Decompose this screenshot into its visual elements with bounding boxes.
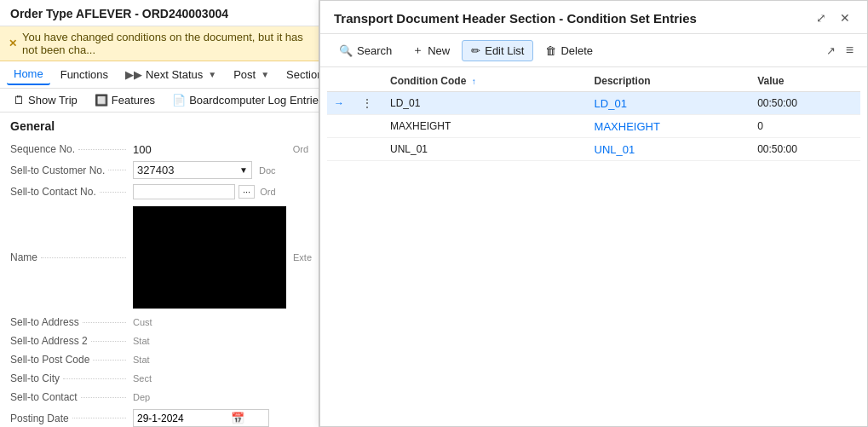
dialog-controls: ⤢ ✕ xyxy=(813,9,854,26)
conditions-table: Condition Code ↑ Description Value →⋮LD_… xyxy=(327,71,860,161)
row-arrow-indicator xyxy=(327,138,351,161)
plus-icon: ＋ xyxy=(412,43,423,58)
dialog-title: Transport Document Header Section - Cond… xyxy=(334,11,697,26)
warning-bar: ✕ You have changed conditions on the doc… xyxy=(0,26,319,61)
new-button[interactable]: ＋ New xyxy=(404,39,458,61)
boardcomputer-button[interactable]: 📄 Boardcomputer Log Entries xyxy=(165,91,319,109)
value-contact-no: ··· Ord xyxy=(129,182,315,202)
dropdown-chevron-icon: ▼ xyxy=(239,165,248,175)
next-status-dropdown-icon: ▼ xyxy=(208,70,216,79)
nav-next-status[interactable]: ▶▶ Next Status ▼ xyxy=(118,65,223,84)
nav-bar: Home Functions ▶▶ Next Status ▼ Post ▼ S… xyxy=(0,61,319,89)
value-posting-date: 📅 xyxy=(129,407,315,427)
row-context-menu-btn[interactable]: ⋮ xyxy=(351,138,383,161)
label-posting-date: Posting Date xyxy=(10,407,129,427)
posting-date-input[interactable] xyxy=(137,413,231,424)
table-row[interactable]: →⋮LD_01LD_0100:50:00 xyxy=(327,92,860,115)
customer-no-dropdown[interactable]: 327403 ▼ xyxy=(133,161,252,179)
fields-grid: Sequence No. 100 Ord Sell-to Customer No… xyxy=(0,136,319,427)
row-context-menu-btn[interactable]: ⋮ xyxy=(351,115,383,138)
nav-section[interactable]: Section xyxy=(279,65,319,84)
col-arrow xyxy=(327,71,351,92)
col-value[interactable]: Value xyxy=(750,71,860,92)
cell-value: 00:50:00 xyxy=(750,92,860,115)
contact-no-input[interactable] xyxy=(133,184,235,199)
value-post-code: Stat xyxy=(129,350,315,369)
col-description[interactable]: Description xyxy=(588,71,751,92)
trash-icon: 🗑 xyxy=(545,44,556,57)
value-address: Cust xyxy=(129,313,315,332)
calendar-icon[interactable]: 📅 xyxy=(231,412,244,424)
posting-date-input-wrap[interactable]: 📅 xyxy=(133,409,269,427)
edit-list-button[interactable]: ✏ Edit List xyxy=(462,40,533,61)
left-panel: Order Type AFLEVER - ORD240003004 ✕ You … xyxy=(0,0,319,427)
more-options-icon[interactable]: ≡ xyxy=(842,41,857,60)
cell-condition-code: LD_01 xyxy=(383,92,588,115)
value-contact: Dep xyxy=(129,388,315,407)
features-icon: 🔲 xyxy=(95,94,108,107)
label-customer-no: Sell-to Customer No. xyxy=(10,159,129,182)
section-title: General xyxy=(0,113,319,136)
post-dropdown-icon: ▼ xyxy=(261,70,269,79)
cell-value: 00:50:00 xyxy=(750,138,860,161)
close-icon[interactable]: ✕ xyxy=(836,9,854,26)
search-button[interactable]: 🔍 Search xyxy=(331,41,400,61)
row-arrow-indicator: → xyxy=(327,92,351,115)
cell-condition-code: UNL_01 xyxy=(383,138,588,161)
show-trip-button[interactable]: 🗒 Show Trip xyxy=(7,91,84,109)
description-link[interactable]: LD_01 xyxy=(595,97,627,110)
description-link[interactable]: MAXHEIGHT xyxy=(595,120,660,133)
label-contact: Sell-to Contact xyxy=(10,388,129,407)
features-button[interactable]: 🔲 Features xyxy=(88,91,162,109)
nav-home[interactable]: Home xyxy=(7,64,50,85)
cell-condition-code: MAXHEIGHT xyxy=(383,115,588,138)
expand-icon[interactable]: ⤢ xyxy=(813,9,830,26)
table-body: →⋮LD_01LD_0100:50:00⋮MAXHEIGHTMAXHEIGHT0… xyxy=(327,92,860,161)
next-status-arrow-icon: ▶▶ xyxy=(125,68,142,81)
table-row[interactable]: ⋮UNL_01UNL_0100:50:00 xyxy=(327,138,860,161)
sort-asc-icon: ↑ xyxy=(472,77,476,86)
contact-no-ellipsis-btn[interactable]: ··· xyxy=(239,185,255,199)
cell-description: UNL_01 xyxy=(588,138,751,161)
value-sequence-no: 100 Ord xyxy=(129,140,315,159)
boardcomputer-icon: 📄 xyxy=(172,94,186,107)
toolbar-bar: 🗒 Show Trip 🔲 Features 📄 Boardcomputer L… xyxy=(0,89,319,113)
label-contact-no: Sell-to Contact No. xyxy=(10,182,129,202)
label-name: Name xyxy=(10,202,129,313)
col-dots xyxy=(351,71,383,92)
left-title: Order Type AFLEVER - ORD240003004 xyxy=(0,0,319,26)
label-address: Sell-to Address xyxy=(10,313,129,332)
nav-functions[interactable]: Functions xyxy=(54,65,115,84)
warning-icon: ✕ xyxy=(9,38,17,49)
dialog-toolbar: 🔍 Search ＋ New ✏ Edit List 🗑 Delete ↗ ≡ xyxy=(320,34,867,67)
row-context-menu-btn[interactable]: ⋮ xyxy=(351,92,383,115)
name-black-box xyxy=(133,206,286,309)
cell-value: 0 xyxy=(750,115,860,138)
table-row[interactable]: ⋮MAXHEIGHTMAXHEIGHT0 xyxy=(327,115,860,138)
cell-description: MAXHEIGHT xyxy=(588,115,751,138)
cell-description: LD_01 xyxy=(588,92,751,115)
description-link[interactable]: UNL_01 xyxy=(595,143,635,156)
dialog-title-bar: Transport Document Header Section - Cond… xyxy=(320,1,867,34)
value-city: Sect xyxy=(129,369,315,388)
warning-text: You have changed conditions on the docum… xyxy=(22,31,310,56)
delete-button[interactable]: 🗑 Delete xyxy=(537,41,601,61)
row-arrow-indicator xyxy=(327,115,351,138)
value-name: Exte xyxy=(129,202,315,313)
value-address2: Stat xyxy=(129,332,315,350)
three-dots-icon[interactable]: ⋮ xyxy=(358,95,377,112)
table-header: Condition Code ↑ Description Value xyxy=(327,71,860,92)
edit-list-icon: ✏ xyxy=(471,44,480,57)
right-panel: Transport Document Header Section - Cond… xyxy=(319,0,868,427)
label-post-code: Sell-to Post Code xyxy=(10,350,129,369)
label-sequence-no: Sequence No. xyxy=(10,140,129,159)
col-condition-code[interactable]: Condition Code ↑ xyxy=(383,71,588,92)
search-icon: 🔍 xyxy=(339,44,353,57)
label-city: Sell-to City xyxy=(10,369,129,388)
dialog-table: Condition Code ↑ Description Value →⋮LD_… xyxy=(320,67,867,426)
nav-post[interactable]: Post ▼ xyxy=(227,65,276,84)
value-customer-no: 327403 ▼ Doc xyxy=(129,159,315,182)
share-icon[interactable]: ↗ xyxy=(823,43,839,59)
show-trip-icon: 🗒 xyxy=(14,94,25,107)
label-address2: Sell-to Address 2 xyxy=(10,332,129,350)
